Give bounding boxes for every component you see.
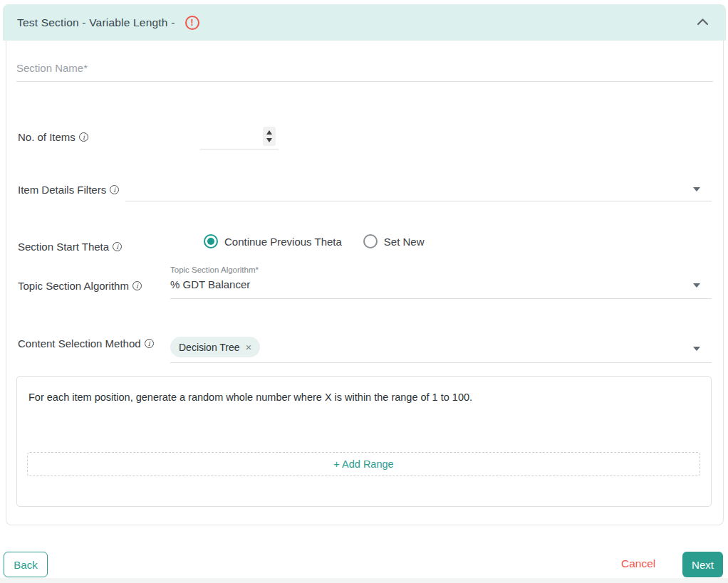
info-icon[interactable]: i	[145, 339, 154, 348]
content-selection-method-select[interactable]	[170, 336, 712, 363]
section-form-panel: No. of Itemsi Item Details Filtersi Sect…	[6, 41, 724, 525]
number-stepper[interactable]	[263, 127, 276, 146]
add-range-button[interactable]: + Add Range	[27, 452, 700, 476]
radio-unselected-icon	[363, 234, 378, 248]
range-config-box: For each item position, generate a rando…	[16, 376, 712, 507]
item-details-filters-select[interactable]	[125, 174, 712, 201]
topic-section-algorithm-select[interactable]	[170, 272, 712, 299]
error-exclamation-icon: !	[185, 16, 199, 30]
info-icon[interactable]: i	[132, 281, 142, 290]
radio-set-new[interactable]: Set New	[363, 234, 425, 248]
section-start-theta-label: Section Start Thetai	[18, 241, 122, 253]
topic-section-algorithm-label: Topic Section Algorithmi	[18, 280, 142, 292]
info-icon[interactable]: i	[110, 185, 119, 194]
no-of-items-field[interactable]	[200, 122, 279, 149]
stepper-up-icon[interactable]	[266, 130, 272, 135]
back-button[interactable]: Back	[4, 552, 48, 577]
radio-selected-icon	[204, 234, 218, 248]
item-details-filters-label: Item Details Filtersi	[18, 184, 119, 196]
dropdown-arrow-icon[interactable]	[693, 347, 700, 351]
stepper-down-icon[interactable]	[266, 138, 272, 142]
range-description: For each item position, generate a rando…	[28, 392, 472, 403]
info-icon[interactable]: i	[79, 132, 88, 142]
section-name-input[interactable]	[16, 55, 713, 82]
cancel-button[interactable]: Cancel	[613, 555, 664, 573]
bottom-divider-strip	[0, 578, 728, 583]
chevron-up-icon	[697, 17, 709, 28]
section-start-theta-radio-group: Continue Previous Theta Set New	[204, 234, 425, 248]
dropdown-arrow-icon[interactable]	[693, 283, 700, 288]
radio-continue-previous-theta[interactable]: Continue Previous Theta	[204, 234, 342, 248]
info-icon[interactable]: i	[113, 242, 122, 251]
section-panel-header: Test Section - Variable Length - !	[3, 4, 726, 41]
content-selection-method-label: Content Selection Methodi	[18, 337, 154, 350]
collapse-panel-button[interactable]	[697, 17, 709, 28]
panel-title: Test Section - Variable Length -	[17, 16, 175, 29]
no-of-items-label: No. of Itemsi	[18, 131, 88, 143]
dropdown-arrow-icon[interactable]	[693, 187, 700, 191]
next-button[interactable]: Next	[682, 552, 723, 577]
